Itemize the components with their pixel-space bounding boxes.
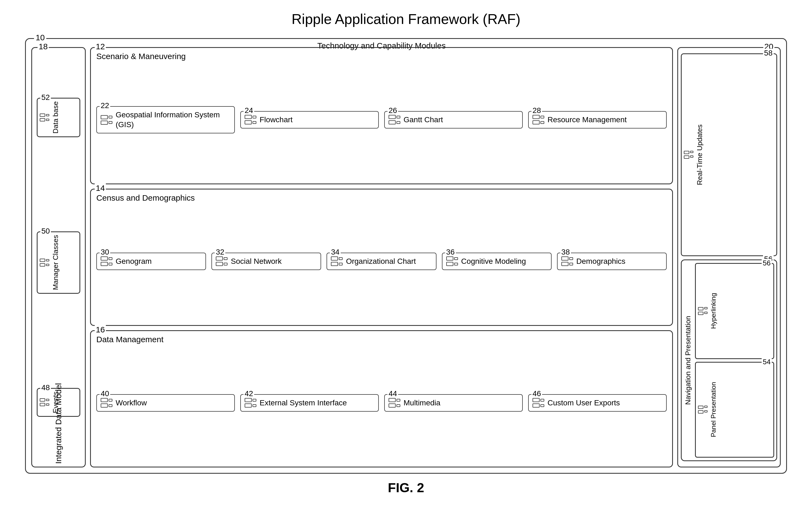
demographics-num: 38 xyxy=(560,248,571,256)
external-text: External System Interface xyxy=(260,398,347,408)
manager-classes-box: 50 Manager Classes xyxy=(37,231,80,293)
database-text: Data base xyxy=(51,101,60,134)
demographics-card: 38 Demographics xyxy=(557,253,667,270)
genogram-text: Genogram xyxy=(116,256,151,266)
icon-rect-sm xyxy=(46,399,49,401)
database-box: 52 Data base xyxy=(37,98,80,137)
org-num: 34 xyxy=(330,248,341,256)
nav-outer-box: 56 Navigation and Presentation 56 xyxy=(681,259,777,461)
demographics-text: Demographics xyxy=(576,256,626,266)
left-num: 18 xyxy=(38,42,49,51)
data-mgmt-num: 16 xyxy=(95,325,106,334)
social-num: 32 xyxy=(215,248,225,256)
workflow-card: 40 Workflow xyxy=(96,394,235,412)
census-label: Census and Demographics xyxy=(96,193,195,203)
icon-rect-sm xyxy=(46,404,49,406)
data-mgmt-label: Data Management xyxy=(96,335,164,344)
genogram-icon xyxy=(101,256,112,266)
genogram-card: 30 Genogram xyxy=(96,253,206,270)
demographics-icon xyxy=(561,256,573,266)
census-row: 14 Census and Demographics 30 Genogram 3… xyxy=(90,189,673,326)
realtime-icon xyxy=(684,151,693,159)
database-num: 52 xyxy=(40,93,51,102)
workflow-text: Workflow xyxy=(116,398,147,408)
scenario-row: 12 Scenario & Maneuvering 22 Geospatial … xyxy=(90,47,673,184)
main-frame: 10 18 52 Data base xyxy=(25,38,787,474)
exports-num: 46 xyxy=(532,389,542,398)
exports-text: Custom User Exports xyxy=(547,398,620,408)
scenario-num: 12 xyxy=(95,42,106,51)
cognitive-text: Cognitive Modeling xyxy=(461,256,526,266)
workflow-num: 40 xyxy=(100,389,110,398)
left-column: 18 52 Data base 50 xyxy=(31,47,86,467)
right-column: 20 58 Real-Time Updates 56 Navigation an… xyxy=(677,47,781,467)
fig-label: FIG. 2 xyxy=(388,480,424,495)
hyperlinking-icon xyxy=(698,307,708,315)
events-icon xyxy=(40,398,49,406)
genogram-num: 30 xyxy=(100,248,110,256)
gantt-num: 26 xyxy=(388,106,398,115)
icon-rect-sm xyxy=(46,264,49,266)
hyperlinking-text: Hyperlinking xyxy=(710,293,718,329)
icon-rect-sm xyxy=(46,259,49,261)
data-mgmt-row: 16 Data Management 40 Workflow 42 Extern… xyxy=(90,330,673,467)
flowchart-num: 24 xyxy=(243,106,254,115)
cognitive-icon xyxy=(446,256,458,266)
exports-icon xyxy=(533,398,544,408)
flowchart-icon xyxy=(244,115,256,124)
gis-card: 22 Geospatial Information System (GIS) xyxy=(96,106,235,134)
census-num: 14 xyxy=(95,183,106,193)
cognitive-card: 36 Cognitive Modeling xyxy=(442,253,552,270)
org-text: Organizational Chart xyxy=(346,256,416,266)
icon-rect xyxy=(40,403,45,406)
icon-rect xyxy=(40,118,45,121)
gis-text: Geospatial Information System (GIS) xyxy=(116,110,230,130)
exports-card: 46 Custom User Exports xyxy=(528,394,667,412)
org-icon xyxy=(331,256,343,266)
gantt-card: 26 Gantt Chart xyxy=(384,111,523,128)
icon-rect-sm xyxy=(46,119,49,121)
events-num: 48 xyxy=(40,383,51,392)
hyperlinking-num: 56 xyxy=(762,259,772,267)
panel-icon xyxy=(698,406,708,414)
resource-text: Resource Management xyxy=(547,115,627,125)
cognitive-num: 36 xyxy=(445,248,456,256)
social-text: Social Network xyxy=(231,256,282,266)
middle-section: 12 Technology and Capability Modules 12 … xyxy=(90,47,673,467)
panel-num: 54 xyxy=(762,358,772,366)
external-num: 42 xyxy=(243,389,254,398)
workflow-icon xyxy=(101,398,112,408)
scenario-label: Scenario & Maneuvering xyxy=(96,52,186,61)
realtime-num: 58 xyxy=(763,49,774,57)
icon-rect xyxy=(40,398,45,401)
multimedia-text: Multimedia xyxy=(404,398,440,408)
panel-text: Panel Presentation xyxy=(710,382,718,437)
nav-label: Navigation and Presentation xyxy=(684,263,692,458)
frame-label-10: 10 xyxy=(34,33,46,42)
gantt-icon xyxy=(389,115,400,124)
social-icon xyxy=(216,256,227,266)
nav-inner-boxes: 56 Hyperlinking 54 xyxy=(695,263,774,458)
resource-num: 28 xyxy=(532,106,542,115)
gis-num: 22 xyxy=(100,101,110,110)
icon-rect-sm xyxy=(46,114,49,116)
external-icon xyxy=(244,398,256,408)
multimedia-num: 44 xyxy=(388,389,398,398)
manager-classes-text: Manager Classes xyxy=(51,235,60,290)
gantt-text: Gantt Chart xyxy=(404,115,443,125)
page-title: Ripple Application Framework (RAF) xyxy=(292,11,521,27)
manager-classes-num: 50 xyxy=(40,227,51,236)
icon-rect xyxy=(40,114,45,117)
icon-rect xyxy=(40,259,45,262)
panel-box: 54 Panel Presentation xyxy=(695,362,774,458)
external-card: 42 External System Interface xyxy=(240,394,379,412)
realtime-box: 58 Real-Time Updates xyxy=(681,53,777,256)
database-icon xyxy=(40,114,49,121)
resource-icon xyxy=(533,115,544,124)
manager-icon xyxy=(40,259,49,266)
flowchart-card: 24 Flowchart xyxy=(240,111,379,128)
social-card: 32 Social Network xyxy=(212,253,321,270)
idm-label: Integrated Data Model xyxy=(54,383,63,464)
icon-rect xyxy=(40,263,45,266)
realtime-text: Real-Time Updates xyxy=(695,124,704,185)
